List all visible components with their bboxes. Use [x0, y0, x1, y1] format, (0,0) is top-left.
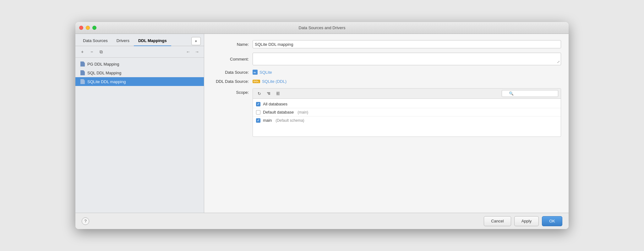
scope-label: Scope:: [212, 88, 253, 95]
cancel-button[interactable]: Cancel: [484, 216, 511, 226]
scope-refresh-button[interactable]: ↻: [255, 90, 263, 97]
bottom-bar: ? Cancel Apply OK: [75, 213, 569, 229]
scope-toolbar: ↻: [253, 88, 561, 99]
sqlite-logo-svg: db: [253, 70, 257, 74]
nav-buttons: ← →: [184, 48, 201, 56]
title-bar: Data Sources and Drivers: [75, 22, 569, 34]
chevron-down-icon: ▾: [195, 39, 197, 43]
main-window: Data Sources and Drivers Data Sources Dr…: [75, 22, 569, 229]
tree-item-sqlite-ddl[interactable]: SQLite DDL mapping: [75, 77, 204, 86]
scope-collapse-button[interactable]: [265, 90, 272, 97]
tree-list: PG DDL Mapping SQL DDL Mapping SQLite DD…: [75, 58, 204, 213]
scope-section: ↻: [253, 88, 561, 137]
traffic-lights: [79, 26, 96, 30]
bottom-actions: Cancel Apply OK: [484, 216, 562, 226]
ddl-datasource-text: SQLite (DDL): [262, 79, 287, 84]
pg-ddl-label: PG DDL Mapping: [87, 62, 119, 67]
tab-data-sources[interactable]: Data Sources: [79, 36, 112, 46]
datasource-link[interactable]: db SQLite: [253, 70, 561, 75]
scope-list: All databases Default database (main) ma…: [253, 99, 561, 136]
copy-button[interactable]: ⧉: [97, 48, 105, 56]
main-checkbox[interactable]: [256, 118, 260, 123]
help-button[interactable]: ?: [82, 217, 89, 225]
sqlite-ddl-label: SQLite DDL mapping: [87, 79, 126, 84]
tab-dropdown-button[interactable]: ▾: [191, 37, 201, 45]
expand-all-icon: [276, 91, 280, 96]
datasource-label: Data Source:: [212, 70, 253, 75]
ddl-datasource-label: DDL Data Source:: [212, 79, 253, 84]
scope-item-default-database: Default database (main): [253, 108, 561, 116]
comment-input[interactable]: [253, 53, 561, 65]
main-name: main: [263, 118, 272, 123]
right-panel: Name: Comment: ⤢ Data Source: db: [204, 34, 569, 213]
all-databases-name: All databases: [263, 102, 287, 106]
default-database-name: Default database: [263, 110, 294, 115]
collapse-icon: [266, 91, 271, 96]
name-label: Name:: [212, 42, 253, 47]
ddl-badge: DDL: [253, 80, 260, 83]
svg-text:db: db: [254, 72, 256, 73]
tab-ddl-mappings[interactable]: DDL Mappings: [134, 36, 171, 46]
scope-search-wrapper: ⌕: [502, 90, 558, 97]
tab-drivers[interactable]: Drivers: [112, 36, 134, 46]
back-button[interactable]: ←: [184, 48, 192, 56]
datasource-text: SQLite: [259, 70, 272, 75]
apply-button[interactable]: Apply: [514, 216, 539, 226]
window-title: Data Sources and Drivers: [299, 25, 346, 30]
name-input[interactable]: [253, 40, 561, 48]
close-button[interactable]: [79, 26, 83, 30]
sql-ddl-label: SQL DDL Mapping: [87, 71, 121, 75]
comment-label: Comment:: [212, 57, 253, 61]
pg-ddl-icon: [80, 61, 85, 67]
form-grid: Name: Comment: ⤢ Data Source: db: [212, 40, 561, 137]
scope-item-all-databases: All databases: [253, 100, 561, 108]
ddl-datasource-link[interactable]: DDL SQLite (DDL): [253, 79, 561, 84]
left-toolbar: + − ⧉ ← →: [75, 46, 204, 58]
ok-button[interactable]: OK: [542, 216, 562, 226]
main-hint: (Default schema): [276, 118, 304, 123]
sql-ddl-icon: [80, 70, 85, 75]
comment-wrapper: ⤢: [253, 53, 561, 65]
scope-search-input[interactable]: [502, 90, 558, 97]
tab-bar: Data Sources Drivers DDL Mappings ▾: [75, 34, 204, 46]
add-button[interactable]: +: [79, 48, 86, 56]
scope-expand-button[interactable]: [274, 90, 282, 97]
help-icon: ?: [84, 219, 86, 223]
default-database-hint: (main): [297, 110, 308, 115]
expand-icon[interactable]: ⤢: [557, 60, 560, 64]
main-content: Data Sources Drivers DDL Mappings ▾ + − …: [75, 34, 569, 213]
maximize-button[interactable]: [92, 26, 96, 30]
sqlite-ddl-icon: [80, 79, 85, 84]
all-databases-checkbox[interactable]: [256, 102, 260, 106]
sqlite-icon: db: [253, 70, 258, 75]
minimize-button[interactable]: [86, 26, 90, 30]
remove-button[interactable]: −: [88, 48, 96, 56]
tree-item-pg-ddl[interactable]: PG DDL Mapping: [75, 60, 204, 68]
tree-item-sql-ddl[interactable]: SQL DDL Mapping: [75, 68, 204, 77]
scope-item-main: main (Default schema): [253, 116, 561, 124]
default-database-checkbox[interactable]: [256, 110, 260, 115]
left-panel: Data Sources Drivers DDL Mappings ▾ + − …: [75, 34, 204, 213]
forward-button[interactable]: →: [193, 48, 201, 56]
